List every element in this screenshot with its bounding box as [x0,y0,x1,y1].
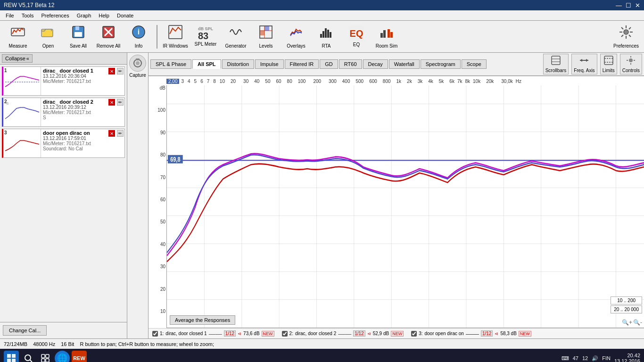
legend-db-1: 73,6 dB [243,331,259,336]
zoom-in-icon[interactable]: 🔍+ [622,319,632,326]
tab-spectrogram[interactable]: Spectrogram [421,59,461,69]
change-cal-button[interactable]: Change Cal... [3,325,47,336]
legend-item-1: 1: dirac, door closed 1 —— 1/12 ⊲ 73,6 d… [152,330,274,337]
x-7: 7 [207,79,210,84]
list-item[interactable]: 1 dirac_ door closed 1 13.12.2016 20:36:… [2,66,125,96]
menu-file[interactable]: File [2,12,18,19]
legend-check-1[interactable] [152,331,158,337]
meas-edit-2[interactable]: ✏ [117,99,124,106]
zoom-10-200[interactable]: 10 .. 200 [611,296,642,304]
measure-button[interactable]: Measure [4,23,32,50]
legend-smooth-3[interactable]: 1/12 [481,330,493,337]
window-controls[interactable]: — ☐ ✕ [616,2,640,9]
tab-scope[interactable]: Scope [462,59,487,69]
freq-axis-button[interactable]: Freq. Axis [571,54,597,74]
tab-gd[interactable]: GD [320,59,338,69]
overlays-button[interactable]: Overlays [282,23,310,50]
save-icon [71,25,86,42]
menu-preferences[interactable]: Preferences [37,12,73,19]
taskbar-lang: FIN [602,355,611,361]
legend-line-3: —— [466,330,479,337]
svg-rect-3 [75,26,79,30]
x-8: 8 [213,79,216,84]
collapse-button[interactable]: Collapse « [2,54,33,63]
close-btn[interactable]: ✕ [635,2,640,9]
zoom-20-20000[interactable]: 20 .. 20 000 [611,305,642,313]
menu-help[interactable]: Help [95,12,113,19]
legend-smooth-2[interactable]: 1/12 [353,330,365,337]
list-item[interactable]: 3 door open dirac on 13.12.2016 17:59:01… [2,129,125,158]
meas-close-1[interactable]: ✕ [108,68,115,74]
status-sample-rate: 48000 Hz [33,341,55,347]
tab-impulse[interactable]: Impulse [255,59,284,69]
taskbar-47: 47 [573,355,578,361]
tab-spl-phase[interactable]: SPL & Phase [150,59,191,69]
meas-close-2[interactable]: ✕ [108,99,115,106]
menu-tools[interactable]: Tools [18,12,38,19]
save-all-button[interactable]: Save All [64,23,92,50]
remove-all-button[interactable]: Remove All [94,23,123,50]
main-toolbar: Measure Open Save All Remove All i Info … [0,21,644,53]
capture-button[interactable] [129,55,146,72]
x-hz: Hz [516,79,521,84]
limits-label: Limits [603,68,615,73]
scrollbars-button[interactable]: Scrollbars [543,54,569,74]
list-item[interactable]: 2 S dirac_ door closed 2 13.12.2016 20:3… [2,98,125,127]
top-tools: SPL & Phase All SPL Distortion Impulse F… [149,53,644,76]
eq-button[interactable]: EQ EQ [342,23,371,50]
rta-icon [319,25,334,42]
task-view-button[interactable] [38,351,53,362]
preferences-button[interactable]: Preferences [612,23,640,50]
legend-smooth-1[interactable]: 1/12 [224,330,236,337]
average-responses-button[interactable]: Average the Responses [170,315,235,325]
meas-close-3[interactable]: ✕ [108,130,115,137]
legend-arrow-1: ⊲ [238,331,241,336]
tab-all-spl[interactable]: All SPL [192,59,221,69]
maximize-btn[interactable]: ☐ [626,2,631,9]
svg-line-31 [629,35,631,37]
generator-button[interactable]: Generator [222,23,250,50]
legend-name-1: dirac, door closed 1 [165,331,206,336]
capture-label: Capture [129,73,146,78]
tab-waterfall[interactable]: Waterfall [389,59,420,69]
legend-check-3[interactable] [411,331,417,337]
minimize-btn[interactable]: — [616,2,622,9]
x-20k: 20k [486,79,494,84]
zoom-out-icon[interactable]: 🔍- [633,319,642,326]
toolbar-sep-1 [157,25,157,49]
info-button[interactable]: i Info [124,23,153,50]
meas-edit-1[interactable]: ✏ [117,68,124,74]
legend-check-2[interactable] [282,331,288,337]
taskbar-volume[interactable]: 🔊 [592,355,598,362]
y-90: 90 [150,130,165,135]
taskbar-left: 🌐 REW [4,351,87,362]
meas-edit-3[interactable]: ✏ [117,130,124,137]
open-button[interactable]: Open [34,23,62,50]
ir-windows-button[interactable]: IR Windows [161,23,190,50]
limits-button[interactable]: Limits [600,54,617,74]
meas-thumb-1 [3,67,41,95]
meas-mic-3: Mic/Meter: 7016217.txt [43,141,123,146]
rew-taskbar-icon[interactable]: REW [72,351,87,362]
tab-rt60[interactable]: RT60 [339,59,362,69]
menu-donate[interactable]: Donate [113,12,137,19]
menu-graph[interactable]: Graph [73,12,95,19]
spl-meter-button[interactable]: dB SPL 83 SPL Meter [191,23,220,50]
x-4: 4 [188,79,190,84]
meas-mic-1: Mic/Meter: 7016217.txt [43,79,123,84]
tab-decay[interactable]: Decay [363,59,388,69]
legend-line-2: —— [338,330,351,337]
search-taskbar-button[interactable] [21,351,36,362]
levels-button[interactable]: Levels [252,23,280,50]
x-300: 300 [329,79,337,84]
start-button[interactable] [4,351,19,362]
controls-button[interactable]: Controls [620,54,642,74]
chart-zoom-icons[interactable]: 🔍+ 🔍- [622,319,642,326]
browser-taskbar-icon[interactable]: 🌐 [55,351,70,362]
rta-button[interactable]: RTA [312,23,340,50]
x-60: 60 [276,79,281,84]
room-sim-button[interactable]: Room Sim [372,23,401,50]
tab-distortion[interactable]: Distortion [222,59,254,69]
tab-filtered-ir[interactable]: Filtered IR [285,59,319,69]
ir-windows-icon [168,25,183,42]
